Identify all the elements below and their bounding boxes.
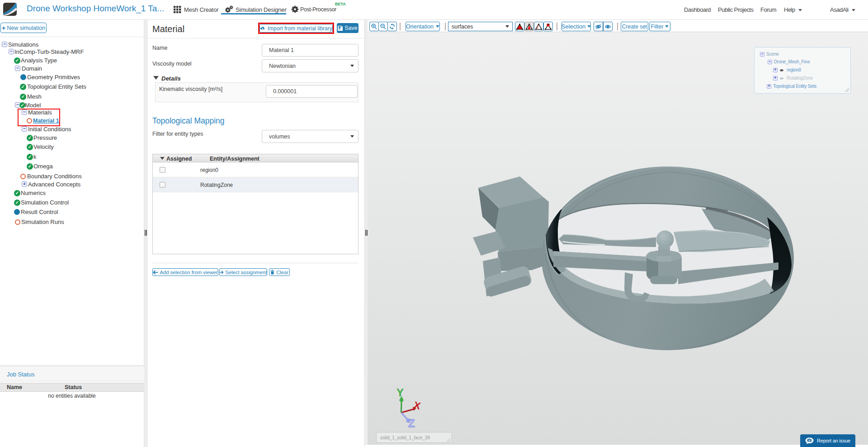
svg-text:X: X <box>412 399 422 412</box>
svg-text:Y: Y <box>396 386 404 399</box>
svg-text:Z: Z <box>408 417 415 429</box>
